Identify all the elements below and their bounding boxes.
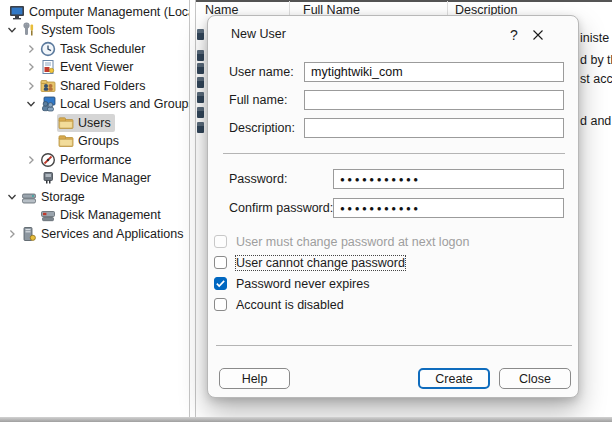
shared-folders-icon (40, 78, 56, 94)
description-text-fragment: iniste (580, 31, 609, 45)
user-item-icon-fragment (197, 92, 204, 103)
checkbox-must-change-password: User must change password at next logon (214, 234, 469, 250)
new-user-dialog: New User ? User name:Full name:Descripti… (207, 15, 579, 398)
chevron-right-icon[interactable] (4, 226, 20, 242)
tree-item-local-users-and-groups[interactable]: Local Users and Groups (0, 95, 190, 113)
console-tree: Computer Management (LocalSystem ToolsTa… (0, 0, 190, 417)
username-field[interactable] (304, 62, 564, 82)
tree-item-label: Disk Management (60, 208, 161, 222)
user-item-icon-fragment (197, 50, 204, 61)
tree-item-device-manager[interactable]: Device Manager (0, 169, 155, 187)
chevron-right-icon[interactable] (23, 78, 39, 94)
tree-item-label: Event Viewer (60, 60, 133, 74)
folder-icon (58, 133, 74, 149)
user-item-icon-fragment (197, 122, 204, 133)
description-field[interactable] (304, 118, 564, 138)
panel-splitter[interactable] (189, 0, 196, 417)
storage-icon (21, 189, 37, 205)
chevron-right-icon[interactable] (23, 41, 39, 57)
user-item-icon-fragment (197, 77, 204, 88)
confirm-password-field[interactable] (333, 198, 564, 218)
create-button[interactable]: Create (418, 368, 490, 389)
checkbox-cannot-change-password[interactable]: User cannot change password (214, 255, 405, 271)
services-apps-icon (21, 226, 37, 242)
password-field[interactable] (333, 169, 564, 189)
tree-item-label: Performance (60, 153, 132, 167)
description-text-fragment: d by th (580, 53, 612, 67)
dialog-titlebar[interactable]: New User ? (208, 16, 578, 54)
performance-icon (40, 152, 56, 168)
description-text-fragment: d and (580, 114, 611, 128)
chevron-right-icon[interactable] (23, 152, 39, 168)
system-tools-icon (21, 22, 37, 38)
window-bottom-edge (0, 417, 612, 422)
help-icon[interactable]: ? (503, 24, 525, 46)
tree-item-services-and-applications[interactable]: Services and Applications (0, 225, 187, 243)
column-separator (289, 1, 290, 16)
local-users-groups-icon (40, 96, 56, 112)
event-viewer-icon (40, 59, 56, 75)
task-scheduler-icon (40, 41, 56, 57)
chevron-spacer (41, 115, 57, 131)
description-text-fragment: st acce (580, 72, 612, 86)
chevron-down-icon[interactable] (4, 22, 20, 38)
checkbox-label: Password never expires (236, 277, 369, 291)
tree-item-shared-folders[interactable]: Shared Folders (0, 77, 149, 95)
tree-item-label: Storage (41, 190, 85, 204)
unchecked-checkbox-icon[interactable] (214, 298, 227, 311)
tree-item-label: Device Manager (60, 171, 151, 185)
computer-icon (9, 4, 25, 20)
tree-item-users[interactable]: Users (0, 114, 115, 132)
chevron-spacer (23, 207, 39, 223)
device-manager-icon (40, 170, 56, 186)
tree-item-label: Local Users and Groups (60, 97, 190, 111)
chevron-right-icon[interactable] (23, 59, 39, 75)
dialog-title: New User (231, 27, 286, 41)
fullname-field[interactable] (304, 90, 564, 110)
tree-item-storage[interactable]: Storage (0, 188, 89, 206)
checkbox-password-never-expires[interactable]: Password never expires (214, 276, 369, 292)
tree-item-label: Users (78, 116, 111, 130)
tree-item-groups[interactable]: Groups (0, 132, 123, 150)
list-header-top-border (196, 0, 612, 2)
checkbox-label: User cannot change password (236, 256, 405, 270)
chevron-down-icon[interactable] (23, 96, 39, 112)
description-label: Description: (229, 121, 295, 135)
tree-item-label: Shared Folders (60, 79, 145, 93)
divider (216, 345, 572, 346)
tree-item-label: Groups (78, 134, 119, 148)
close-button[interactable]: Close (499, 368, 571, 389)
user-item-icon-fragment (197, 107, 204, 118)
tree-item-label: Task Scheduler (60, 42, 145, 56)
column-separator (447, 1, 448, 16)
chevron-down-icon[interactable] (4, 189, 20, 205)
chevron-spacer (41, 133, 57, 149)
tree-item-label: System Tools (41, 23, 115, 37)
user-item-icon-fragment (197, 63, 204, 74)
username-label: User name: (229, 65, 294, 79)
help-button[interactable]: Help (219, 368, 290, 389)
unchecked-checkbox-icon[interactable] (214, 256, 227, 269)
user-item-icon-fragment (197, 29, 204, 40)
tree-item-task-scheduler[interactable]: Task Scheduler (0, 40, 149, 58)
checked-checkbox-icon[interactable] (214, 277, 227, 290)
tree-item-system-tools[interactable]: System Tools (0, 21, 119, 39)
checkbox-label: User must change password at next logon (236, 235, 469, 249)
tree-item-label: Services and Applications (41, 227, 183, 241)
tree-item-disk-management[interactable]: Disk Management (0, 206, 165, 224)
folder-icon (58, 115, 74, 131)
close-icon[interactable] (525, 24, 551, 46)
checkbox-account-disabled[interactable]: Account is disabled (214, 297, 344, 313)
unchecked-checkbox-icon (214, 235, 227, 248)
tree-item-label: Computer Management (Local (29, 5, 190, 19)
password-label: Password: (229, 172, 287, 186)
tree-item-performance[interactable]: Performance (0, 151, 136, 169)
tree-item-computer-management-local[interactable]: Computer Management (Local (0, 3, 190, 21)
screen: Computer Management (LocalSystem ToolsTa… (0, 0, 612, 422)
fullname-label: Full name: (229, 93, 287, 107)
tree-item-event-viewer[interactable]: Event Viewer (0, 58, 137, 76)
confirm-password-label: Confirm password: (229, 201, 333, 215)
checkbox-label: Account is disabled (236, 298, 344, 312)
divider (223, 153, 565, 154)
chevron-spacer (23, 170, 39, 186)
